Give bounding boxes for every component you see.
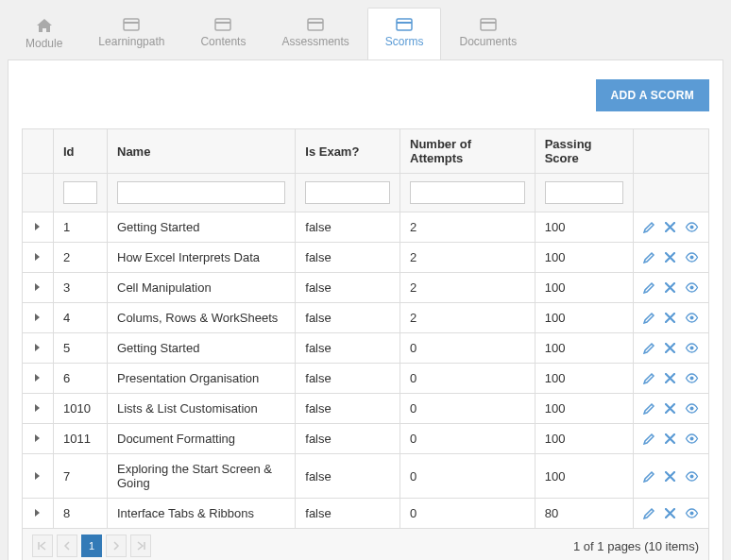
- delete-button[interactable]: [665, 343, 675, 353]
- cell-id: 4: [54, 303, 108, 333]
- home-icon: [36, 18, 53, 33]
- tab-assessments[interactable]: Assessments: [264, 8, 366, 59]
- expand-row-button[interactable]: [32, 251, 43, 263]
- cell-id: 2: [54, 243, 108, 273]
- expand-row-button[interactable]: [32, 402, 43, 414]
- pager-info: 1 of 1 pages (10 items): [573, 539, 699, 553]
- delete-button[interactable]: [665, 471, 675, 482]
- scorms-table: Id Name Is Exam? Number of Attempts Pass…: [22, 128, 709, 560]
- triangle-right-icon: [34, 373, 42, 382]
- tab-documents[interactable]: Documents: [441, 8, 535, 59]
- eye-icon: [685, 471, 699, 482]
- tab-module[interactable]: Module: [8, 8, 80, 59]
- filter-score-input[interactable]: [545, 181, 623, 204]
- delete-button[interactable]: [665, 282, 675, 293]
- cell-name: Exploring the Start Screen & Going: [108, 454, 296, 499]
- delete-button[interactable]: [665, 252, 675, 263]
- pager-prev-button[interactable]: [57, 535, 77, 557]
- cell-score: 100: [535, 454, 633, 499]
- cell-score: 80: [535, 499, 633, 529]
- svg-rect-5: [308, 22, 323, 24]
- view-button[interactable]: [685, 313, 699, 323]
- svg-point-10: [689, 226, 693, 229]
- x-icon: [665, 222, 675, 232]
- triangle-right-icon: [34, 222, 42, 231]
- view-button[interactable]: [685, 282, 699, 293]
- edit-button[interactable]: [643, 251, 655, 263]
- tab-learningpath[interactable]: Learningpath: [80, 8, 182, 59]
- view-button[interactable]: [685, 373, 699, 383]
- pencil-icon: [643, 507, 655, 519]
- cell-is-exam: false: [296, 424, 400, 454]
- view-button[interactable]: [685, 403, 699, 414]
- cell-attempts: 2: [400, 212, 536, 243]
- x-icon: [665, 471, 675, 482]
- view-button[interactable]: [685, 433, 699, 444]
- header-score[interactable]: Passing Score: [535, 129, 633, 174]
- pencil-icon: [643, 312, 655, 324]
- delete-button[interactable]: [665, 373, 675, 383]
- cell-is-exam: false: [296, 454, 400, 499]
- tab-contents[interactable]: Contents: [182, 8, 264, 59]
- expand-row-button[interactable]: [32, 507, 43, 518]
- pager-page-1-button[interactable]: 1: [81, 535, 102, 557]
- view-button[interactable]: [685, 471, 699, 482]
- svg-rect-6: [397, 19, 412, 30]
- table-row: 7Exploring the Start Screen & Goingfalse…: [23, 454, 709, 499]
- table-row: 1010Lists & List Customisationfalse0100: [23, 394, 709, 424]
- filter-attempts-input[interactable]: [410, 181, 525, 204]
- svg-rect-4: [308, 19, 323, 30]
- cell-id: 1: [54, 212, 108, 243]
- view-button[interactable]: [685, 508, 699, 518]
- tab-label: Documents: [459, 35, 517, 48]
- cell-id: 7: [54, 454, 108, 499]
- header-attempts[interactable]: Number of Attempts: [400, 129, 536, 174]
- header-id[interactable]: Id: [54, 129, 108, 174]
- edit-button[interactable]: [643, 372, 655, 384]
- svg-point-16: [689, 407, 693, 411]
- expand-row-button[interactable]: [32, 433, 43, 444]
- svg-point-11: [689, 256, 693, 260]
- pager-last-button[interactable]: [130, 535, 151, 557]
- expand-row-button[interactable]: [32, 470, 43, 482]
- header-name[interactable]: Name: [108, 129, 296, 174]
- svg-rect-0: [124, 19, 139, 30]
- delete-button[interactable]: [665, 508, 675, 518]
- cell-name: Lists & List Customisation: [108, 394, 296, 424]
- filter-id-input[interactable]: [63, 181, 97, 204]
- expand-row-button[interactable]: [32, 372, 43, 383]
- add-scorm-button[interactable]: ADD A SCORM: [596, 79, 709, 111]
- delete-button[interactable]: [665, 222, 675, 232]
- edit-button[interactable]: [643, 312, 655, 324]
- view-button[interactable]: [685, 252, 699, 263]
- edit-button[interactable]: [643, 281, 655, 294]
- cell-attempts: 0: [400, 394, 536, 424]
- delete-button[interactable]: [665, 433, 675, 444]
- expand-row-button[interactable]: [32, 281, 43, 293]
- cell-id: 1011: [54, 424, 108, 454]
- cell-name: Cell Manipulation: [108, 273, 296, 303]
- view-button[interactable]: [685, 343, 699, 353]
- delete-button[interactable]: [665, 403, 675, 414]
- pager-first-button[interactable]: [32, 535, 53, 557]
- pager-next-button[interactable]: [106, 535, 127, 557]
- header-is-exam[interactable]: Is Exam?: [296, 129, 400, 174]
- expand-row-button[interactable]: [32, 342, 43, 353]
- edit-button[interactable]: [643, 433, 655, 445]
- cell-score: 100: [535, 394, 633, 424]
- cell-id: 1010: [54, 394, 108, 424]
- edit-button[interactable]: [643, 402, 655, 415]
- filter-name-input[interactable]: [117, 181, 285, 204]
- edit-button[interactable]: [643, 507, 655, 519]
- expand-row-button[interactable]: [32, 221, 43, 232]
- edit-button[interactable]: [643, 221, 655, 233]
- edit-button[interactable]: [643, 470, 655, 483]
- delete-button[interactable]: [665, 313, 675, 323]
- eye-icon: [685, 433, 699, 444]
- view-button[interactable]: [685, 222, 699, 232]
- triangle-right-icon: [34, 471, 42, 481]
- filter-is-exam-input[interactable]: [305, 181, 390, 204]
- edit-button[interactable]: [643, 342, 655, 354]
- tab-scorms[interactable]: Scorms: [367, 8, 442, 59]
- expand-row-button[interactable]: [32, 312, 43, 323]
